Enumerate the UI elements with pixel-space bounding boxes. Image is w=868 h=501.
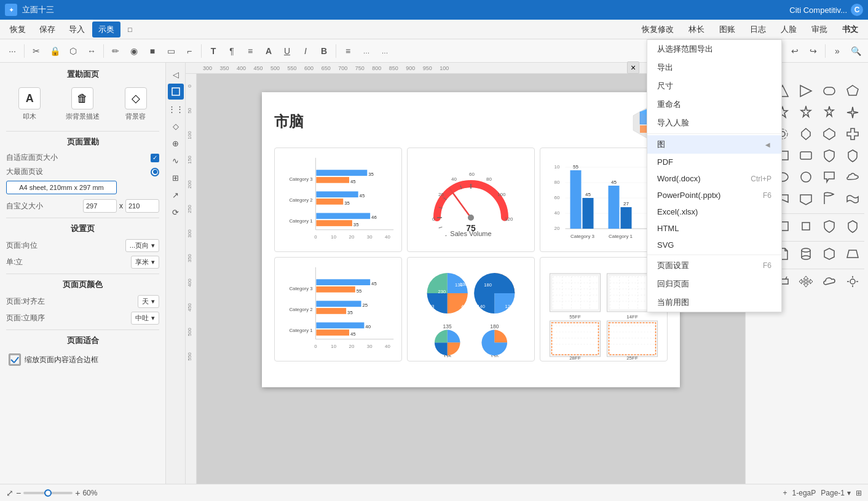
shape-trapezoid[interactable] — [843, 244, 862, 264]
menu-item-journal[interactable]: 日志 — [744, 22, 772, 37]
menu-item-save[interactable]: 保存 — [33, 22, 61, 37]
tool-search[interactable]: 🔍 — [847, 42, 864, 60]
menu-item-recover[interactable]: 恢复修改 — [636, 22, 680, 37]
fit-content-checkbox[interactable] — [9, 353, 21, 366]
page-add-btn[interactable]: + — [783, 489, 787, 497]
menu-item-restore[interactable]: 恢复 — [4, 22, 32, 37]
shape-cylinder1[interactable] — [796, 244, 816, 264]
dropdown-word[interactable]: Word(.docx) Ctrl+P — [647, 170, 781, 187]
dropdown-size[interactable]: 尺寸 — [647, 77, 781, 95]
width-input[interactable] — [83, 199, 117, 213]
shape-shield3[interactable] — [819, 216, 839, 236]
shape-pentagon[interactable] — [843, 81, 862, 101]
tool-circle[interactable]: ◉ — [125, 42, 143, 60]
menu-item-forest[interactable]: 林长 — [682, 22, 711, 37]
shape-pentagon2[interactable] — [796, 189, 816, 208]
tool-more[interactable]: ··· — [4, 42, 21, 60]
tool-square[interactable]: ■ — [144, 42, 161, 60]
tool-cut[interactable]: ✂ — [28, 42, 45, 60]
tool-extra1[interactable]: … — [358, 42, 375, 60]
menu-item-face[interactable]: 人脸 — [775, 22, 803, 37]
dropdown-html[interactable]: HTML — [647, 220, 781, 237]
vert-btn-select[interactable] — [168, 84, 184, 100]
size-input[interactable] — [6, 181, 117, 194]
shape-cloud3[interactable] — [819, 272, 839, 291]
shape-diamond2[interactable] — [796, 124, 816, 144]
vert-btn-add[interactable]: ⊕ — [168, 135, 184, 151]
menu-item-export-top[interactable]: □ — [122, 22, 138, 36]
vert-btn-arrow[interactable]: ◁ — [168, 66, 184, 82]
tool-lock[interactable]: 🔒 — [46, 42, 63, 60]
shape-wave1[interactable] — [843, 189, 862, 208]
menu-item-import[interactable]: 导入 — [63, 22, 91, 37]
tool-angle[interactable]: ⌐ — [181, 42, 198, 60]
title-bar-right[interactable]: Citi Competitiv... C — [789, 4, 863, 16]
tool-bold[interactable]: B — [315, 42, 333, 60]
dropdown-svg[interactable]: SVG — [647, 237, 781, 253]
dropdown-pdf[interactable]: PDF — [647, 154, 781, 170]
dropdown-current-chart[interactable]: 当前用图 — [647, 293, 781, 312]
shape-diamond3[interactable] — [819, 124, 839, 144]
shape-flag1[interactable] — [819, 189, 839, 208]
menu-item-account[interactable]: 图账 — [713, 22, 741, 37]
dropdown-page-settings[interactable]: 页面设置 F6 — [647, 256, 781, 275]
zoom-out-btn[interactable]: − — [16, 488, 21, 498]
auto-size-checkbox[interactable]: ✓ — [151, 154, 159, 162]
align-select[interactable]: 天 ▾ — [138, 295, 159, 308]
vert-btn-table[interactable]: ⊞ — [168, 170, 184, 186]
vert-btn-diamond[interactable]: ◇ — [168, 118, 184, 134]
zoom-in-btn[interactable]: + — [75, 488, 80, 498]
page-dropdown[interactable]: ▾ — [847, 489, 851, 497]
tool-rect[interactable]: ▭ — [162, 42, 180, 60]
tool-expand[interactable]: » — [829, 42, 846, 60]
shape-star7[interactable] — [796, 103, 816, 122]
tool-list[interactable]: ≡ — [242, 42, 259, 60]
dropdown-return-page[interactable]: 回归页面 — [647, 275, 781, 293]
dropdown-rename[interactable]: 重命名 — [647, 95, 781, 114]
shape-arrows[interactable] — [796, 272, 816, 291]
max-size-radio[interactable] — [151, 168, 159, 176]
tool-pen[interactable]: ✏ — [107, 42, 124, 60]
expand-icon[interactable]: ⤢ — [6, 488, 14, 498]
unit-select[interactable]: 享米 ▾ — [131, 256, 159, 269]
chart3-menu[interactable]: — — [544, 152, 663, 161]
dropdown-import-face[interactable]: 导入人脸 — [647, 114, 781, 132]
shape-hexagon1[interactable] — [819, 244, 839, 264]
dropdown-export-from-selection[interactable]: 从选择范围导出 — [647, 40, 781, 58]
dropdown-close-btn[interactable]: × — [627, 61, 639, 74]
tool-align[interactable]: ≡ — [339, 42, 357, 60]
tool-extra2[interactable]: … — [376, 42, 393, 60]
shape-rect-rounded[interactable] — [819, 81, 839, 101]
tool-font-a[interactable]: A — [260, 42, 277, 60]
orientation-select[interactable]: ...页向 ▾ — [125, 239, 159, 252]
height-input[interactable] — [125, 199, 159, 213]
shape-star8[interactable] — [819, 103, 839, 122]
page-fit-btn[interactable]: ⊞ — [856, 489, 862, 497]
tool-text[interactable]: T — [205, 42, 222, 60]
shape-parallelogram[interactable] — [796, 216, 816, 236]
shape-callout[interactable] — [819, 167, 839, 187]
menu-item-book[interactable]: 书文 — [836, 22, 864, 37]
zoom-slider[interactable] — [23, 492, 73, 494]
shape-shield1[interactable] — [819, 146, 839, 165]
shape-triangle-right[interactable] — [796, 81, 816, 101]
vert-btn-refresh[interactable]: ⟳ — [168, 204, 184, 220]
tool-redo[interactable]: ↪ — [805, 42, 822, 60]
tool-paragraph[interactable]: ¶ — [223, 42, 240, 60]
menu-item-show[interactable]: 示奥 — [92, 22, 120, 37]
shape-shield4[interactable] — [843, 216, 862, 236]
shape-circle[interactable] — [796, 167, 816, 187]
shape-cross[interactable] — [843, 124, 862, 144]
tool-undo[interactable]: ↩ — [786, 42, 803, 60]
fit-content-row[interactable]: 缩放页面内容适合边框 — [6, 351, 159, 368]
order-select[interactable]: 中吐 ▾ — [131, 312, 159, 325]
dropdown-image[interactable]: 图 ◄ — [647, 135, 781, 154]
shape-cloud2[interactable] — [843, 167, 862, 187]
shape-rect3[interactable] — [796, 146, 816, 165]
dropdown-export[interactable]: 导出 — [647, 58, 781, 77]
vert-btn-wave[interactable]: ∿ — [168, 152, 184, 168]
vert-btn-link[interactable]: ↗ — [168, 187, 184, 203]
panel-icon-bg[interactable]: 🗑 崇背景描述 — [63, 85, 102, 124]
tool-italic[interactable]: I — [297, 42, 314, 60]
tool-underline[interactable]: U — [278, 42, 296, 60]
